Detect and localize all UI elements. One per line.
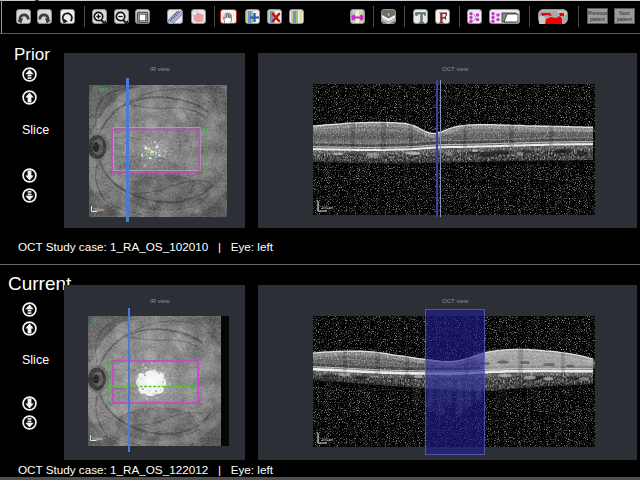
- svg-text:200µm: 200µm: [92, 437, 103, 441]
- svg-text:ART: ART: [91, 318, 100, 323]
- svg-text:200µm: 200µm: [321, 205, 334, 210]
- svg-text:200µm: 200µm: [93, 208, 104, 212]
- svg-text:30° ART: 30° ART: [92, 87, 108, 92]
- svg-text:200µm: 200µm: [321, 437, 334, 442]
